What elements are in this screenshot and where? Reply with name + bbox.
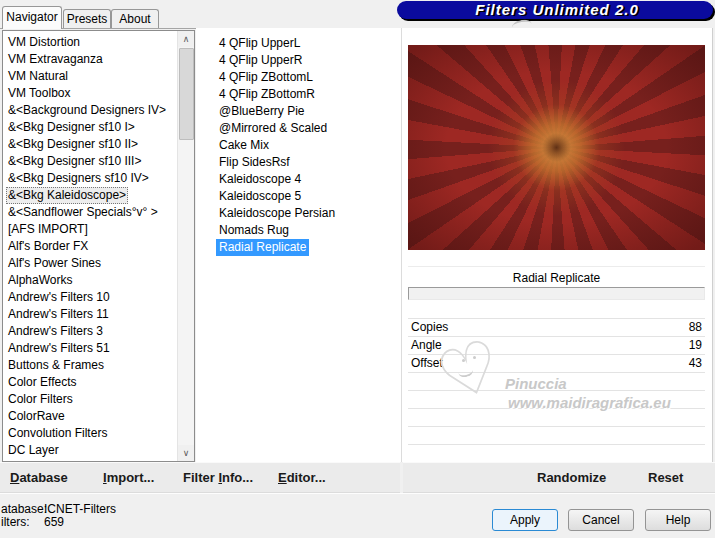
import-button[interactable]: Import... [103,463,154,492]
category-list-item[interactable]: Buttons & Frames [3,357,178,374]
category-list-item-label: Color Filters [6,391,75,408]
filter-list-item[interactable]: 4 QFlip ZBottomR [196,86,401,103]
category-list-item-label: Andrew's Filters 3 [6,323,105,340]
category-scrollbar[interactable]: ∧ ∨ [177,31,194,461]
category-items: VM DistortionVM ExtravaganzaVM NaturalVM… [3,34,178,461]
category-list-item[interactable]: Convolution Filters [3,425,178,442]
caption-separator [408,266,705,267]
label-part: ditor... [287,470,326,485]
filters-unlimited-window: Navigator Presets About Filters Unlimite… [0,0,715,538]
filter-listbox: 4 QFlip UpperL4 QFlip UpperR4 QFlip ZBot… [196,28,401,462]
filter-list-item[interactable]: Kaleidoscope 4 [196,171,401,188]
category-list-item[interactable]: &<Bkg Designers sf10 IV> [3,170,178,187]
category-list-item[interactable]: &<Bkg Designer sf10 III> [3,153,178,170]
label-part: D [10,470,19,485]
filter-list-item[interactable]: Kaleidoscope 5 [196,188,401,205]
category-list-item[interactable]: VM Extravaganza [3,51,178,68]
category-list-item[interactable]: Andrew's Filters 3 [3,323,178,340]
category-list-item-label: ColorRave [6,408,67,425]
filter-list-item-label: Flip SidesRsf [216,154,293,171]
parameter-row[interactable] [408,373,705,391]
category-list-item[interactable]: &<Background Designers IV> [3,102,178,119]
filter-list-item-label: Nomads Rug [216,222,292,239]
category-list-item-label: &<Bkg Kaleidoscope> [6,187,128,204]
category-list-item[interactable]: Andrew's Filters 10 [3,289,178,306]
randomize-button[interactable]: Randomize [537,463,606,492]
category-list-item-label: &<Bkg Designer sf10 I> [6,119,137,136]
category-list-item[interactable]: Andrew's Filters 11 [3,306,178,323]
editor-button[interactable]: Editor... [278,463,326,492]
database-button[interactable]: Database [10,463,68,492]
category-list-item-label: Buttons & Frames [6,357,106,374]
filter-list-item[interactable]: Cake Mix [196,137,401,154]
filter-caption: Radial Replicate [408,270,705,286]
progress-bar [408,287,705,300]
tab-navigator[interactable]: Navigator [2,6,62,29]
filter-list-item[interactable]: 4 QFlip UpperL [196,35,401,52]
parameter-row[interactable]: Offset 43 [408,355,705,373]
filter-list-item[interactable]: 4 QFlip UpperR [196,52,401,69]
category-list-item-label: &<Bkg Designer sf10 II> [6,136,140,153]
category-list-item-label: VM Extravaganza [6,51,105,68]
category-list-item-label: Andrew's Filters 10 [6,289,112,306]
category-list-item[interactable]: Alf's Power Sines [3,255,178,272]
parameter-row[interactable] [408,427,705,445]
category-list-item[interactable]: &<Bkg Designer sf10 I> [3,119,178,136]
category-list-item-label: Color Effects [6,374,78,391]
filter-list-item[interactable]: Radial Replicate [196,239,401,256]
filter-list-item-label: 4 QFlip ZBottomR [216,86,318,103]
filter-list-item-label: Cake Mix [216,137,272,154]
category-list-item[interactable]: &<Sandflower Specials°v° > [3,204,178,221]
filter-list-item-label: @Mirrored & Scaled [216,120,330,137]
label-part: E [278,470,287,485]
help-button[interactable]: Help [645,509,711,531]
category-list-item[interactable]: ColorRave [3,408,178,425]
toolbar-left: Database Import... Filter Info... Editor… [0,462,400,493]
apply-button[interactable]: Apply [492,509,558,531]
category-list-item[interactable]: VM Natural [3,68,178,85]
filter-list-item[interactable]: 4 QFlip ZBottomL [196,69,401,86]
filter-list-item-label: 4 QFlip UpperR [216,52,305,69]
category-list-item[interactable]: Color Effects [3,374,178,391]
parameter-row[interactable]: Copies 88 [408,319,705,337]
parameter-row[interactable] [408,391,705,409]
category-list-item[interactable]: DC Layer [3,442,178,459]
app-logo: Filters Unlimited 2.0 [397,1,713,19]
filter-info-button[interactable]: Filter Info... [183,463,253,492]
category-list-item-label: Alf's Border FX [6,238,90,255]
category-list-item[interactable]: AlphaWorks [3,272,178,289]
category-list-item[interactable]: Alf's Border FX [3,238,178,255]
category-list-item[interactable]: &<Bkg Designer sf10 II> [3,136,178,153]
reset-button[interactable]: Reset [648,463,683,492]
category-list-item[interactable]: Andrew's Filters 51 [3,340,178,357]
filter-list-item[interactable]: Kaleidoscope Persian [196,205,401,222]
category-list-item[interactable]: Color Filters [3,391,178,408]
category-list-item[interactable]: VM Toolbox [3,85,178,102]
parameter-row[interactable]: Angle 19 [408,337,705,355]
filter-list-item-label: @BlueBerry Pie [216,103,308,120]
category-list-item-label: &<Background Designers IV> [6,102,168,119]
cancel-button[interactable]: Cancel [568,509,634,531]
parameter-value: 43 [689,355,702,372]
category-list-item-label: [AFS IMPORT] [6,221,90,238]
filter-list-item[interactable]: Flip SidesRsf [196,154,401,171]
label-part: Filter [183,470,218,485]
filter-list-item-label: 4 QFlip UpperL [216,35,303,52]
filter-list-item-label: Kaleidoscope 4 [216,171,304,188]
scroll-down-icon[interactable]: ∨ [178,445,194,461]
scroll-up-icon[interactable]: ∧ [178,31,194,47]
category-list-item[interactable]: VM Distortion [3,34,178,51]
tab-presets[interactable]: Presets [63,9,111,29]
filter-list-item[interactable]: @BlueBerry Pie [196,103,401,120]
tab-about[interactable]: About [111,9,159,29]
filter-list-item[interactable]: @Mirrored & Scaled [196,120,401,137]
category-listbox: VM DistortionVM ExtravaganzaVM NaturalVM… [2,30,195,462]
filter-list-item-label: Radial Replicate [216,239,309,256]
category-list-item[interactable]: &<Bkg Kaleidoscope> [3,187,178,204]
parameter-label: Angle [411,337,442,354]
parameter-row[interactable] [408,409,705,427]
filter-list-item[interactable]: Nomads Rug [196,222,401,239]
scrollbar-thumb[interactable] [179,48,194,140]
category-list-item[interactable]: [AFS IMPORT] [3,221,178,238]
parameter-value: 88 [689,319,702,336]
